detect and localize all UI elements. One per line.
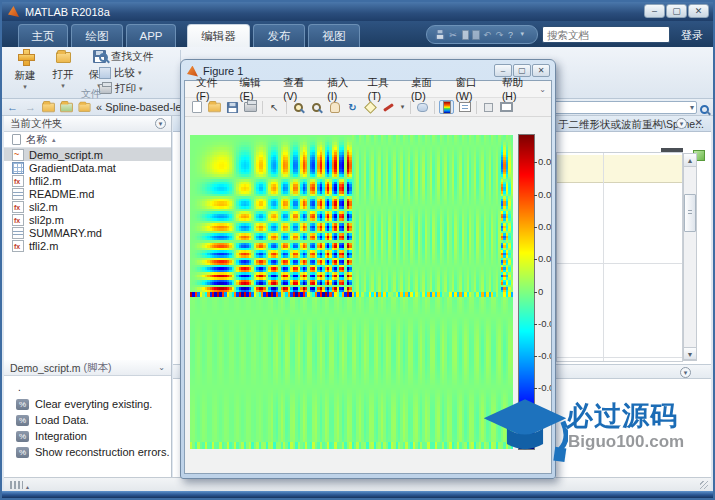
qa-dropdown-icon[interactable]: ▾ (521, 30, 530, 40)
insert-legend-icon[interactable] (457, 100, 472, 114)
editor-content-grid[interactable]: ▲ ▼ (556, 152, 683, 362)
qa-cut-icon[interactable]: ✂ (449, 30, 458, 40)
section-item[interactable]: %Integration (4, 429, 171, 443)
address-search-button[interactable] (700, 100, 714, 114)
menubar-overflow-icon[interactable]: ⌄ (539, 85, 546, 94)
file-row[interactable]: GradientData.mat (4, 161, 171, 174)
back-icon[interactable]: ← (5, 101, 20, 114)
compare-dropdown-icon[interactable]: ▾ (138, 69, 142, 77)
colorbar-tick: 0.02 (538, 253, 551, 264)
current-folder-panel: 当前文件夹 ▾ 名称 ▴ Demo_script.m GradientData.… (4, 116, 172, 477)
menu-help[interactable]: 帮助(H) (495, 76, 539, 102)
status-dropdown-icon[interactable]: ▴ (26, 483, 29, 490)
qa-help-icon[interactable]: ? (508, 30, 517, 40)
file-row[interactable]: sli2p.m (4, 213, 171, 226)
print-figure-icon[interactable] (243, 100, 258, 114)
colorbar-tick: -0.0 (538, 318, 551, 329)
menu-insert[interactable]: 插入(I) (320, 76, 360, 102)
new-button[interactable]: 新建 ▾ (8, 49, 42, 91)
tab-editor[interactable]: 编辑器 (187, 24, 250, 47)
resize-grip[interactable] (700, 481, 708, 489)
forward-icon[interactable]: → (23, 101, 38, 114)
tab-apps[interactable]: APP (126, 24, 176, 47)
heatmap-image[interactable] (190, 135, 513, 449)
file-row[interactable]: hfli2.m (4, 174, 171, 187)
file-type-icon (12, 134, 21, 145)
qa-paste-icon[interactable] (472, 30, 480, 40)
address-dropdown-icon[interactable]: ▾ (690, 103, 694, 112)
file-row[interactable]: sli2.m (4, 200, 171, 213)
qa-save-icon[interactable] (435, 29, 445, 39)
data-cursor-icon[interactable] (363, 100, 378, 114)
file-row[interactable]: Demo_script.m (4, 148, 171, 161)
section-item[interactable]: %Load Data. (4, 413, 171, 427)
compare-button[interactable]: 比较 ▾ (99, 66, 179, 80)
close-button[interactable]: ✕ (688, 4, 709, 18)
title-bar[interactable]: MATLAB R2018a (2, 2, 713, 21)
open-button[interactable]: 打开 ▾ (46, 49, 80, 90)
watermark: 必过源码 Biguo100.com (482, 394, 714, 470)
edit-cursor-icon[interactable]: ↖ (267, 100, 282, 114)
file-row[interactable]: README.md (4, 187, 171, 200)
menu-view[interactable]: 查看(V) (276, 76, 320, 102)
maximize-button[interactable]: ▢ (666, 4, 687, 18)
breadcrumb[interactable]: « Spline-based-le (77, 101, 182, 113)
tab-home[interactable]: 主页 (18, 24, 68, 47)
file-row[interactable]: SUMMARY.md (4, 226, 171, 239)
browse-folder-icon[interactable] (60, 102, 73, 111)
show-plot-tools-icon[interactable] (499, 100, 514, 114)
tab-publish[interactable]: 发布 (253, 24, 305, 47)
qa-undo-icon[interactable]: ↶ (483, 30, 492, 40)
scroll-up-icon[interactable]: ▲ (684, 154, 696, 167)
menu-tools[interactable]: 工具(T) (361, 76, 404, 102)
section-icon: % (16, 447, 29, 458)
link-plot-icon[interactable] (415, 100, 430, 114)
minimize-button[interactable]: – (644, 4, 665, 18)
colorbar-tick: 0 (538, 286, 551, 297)
save-figure-icon[interactable] (225, 100, 240, 114)
pan-hand-icon[interactable] (327, 100, 342, 114)
name-column-header[interactable]: 名称 ▴ (4, 132, 171, 148)
doc-close-icon[interactable]: ✕ (695, 117, 703, 128)
zoom-in-icon[interactable] (291, 100, 306, 114)
watermark-text-cn: 必过源码 (566, 398, 678, 434)
brush-dropdown-icon[interactable]: ▾ (399, 100, 406, 114)
qa-copy-icon[interactable] (462, 30, 470, 40)
rotate-3d-icon[interactable]: ↻ (345, 100, 360, 114)
file-row[interactable]: tfli2.m (4, 239, 171, 252)
section-item[interactable]: %Show reconstruction errors. (4, 445, 171, 459)
login-button[interactable]: 登录 (681, 28, 703, 43)
menu-window[interactable]: 窗口(W) (448, 76, 494, 102)
colorbar-tick: -0.0 (538, 382, 551, 393)
status-bars-icon[interactable] (10, 481, 23, 489)
doc-menu-icon[interactable]: ▾ (676, 118, 687, 129)
scroll-thumb[interactable] (684, 194, 696, 232)
sort-asc-icon[interactable]: ▴ (52, 136, 56, 144)
find-files-button[interactable]: 查找文件 (99, 50, 179, 64)
lower-panel-menu-icon[interactable]: ▾ (680, 367, 691, 378)
current-folder-header[interactable]: 当前文件夹 ▾ (4, 116, 171, 132)
open-file-icon[interactable] (207, 100, 222, 114)
editor-scrollbar[interactable]: ▲ ▼ (683, 153, 697, 361)
details-panel-header[interactable]: Demo_script.m (脚本) ⌄ (4, 360, 171, 376)
insert-colorbar-icon[interactable] (439, 100, 454, 114)
hide-plot-tools-icon[interactable] (481, 100, 496, 114)
new-figure-icon[interactable] (189, 100, 204, 114)
tab-view[interactable]: 视图 (308, 24, 360, 47)
menu-desktop[interactable]: 桌面(D) (404, 76, 448, 102)
collapse-chevron-icon[interactable]: ⌄ (158, 363, 165, 372)
scroll-down-icon[interactable]: ▼ (684, 347, 696, 360)
brush-icon[interactable] (381, 100, 396, 114)
tab-plots[interactable]: 绘图 (71, 24, 123, 47)
doc-search-input[interactable] (543, 29, 686, 41)
zoom-out-icon[interactable] (309, 100, 324, 114)
up-folder-icon[interactable] (42, 102, 55, 111)
menu-edit[interactable]: 编辑(E) (232, 76, 276, 102)
address-combo[interactable]: ▾ (547, 101, 697, 114)
colorbar-tick: 0.04 (538, 221, 551, 232)
section-item[interactable]: %Clear everyting existing. (4, 397, 171, 411)
panel-menu-icon[interactable]: ▾ (155, 118, 166, 129)
doc-search-box[interactable] (542, 26, 670, 43)
qa-redo-icon[interactable]: ↷ (496, 30, 505, 40)
menu-file[interactable]: 文件(F) (189, 76, 232, 102)
